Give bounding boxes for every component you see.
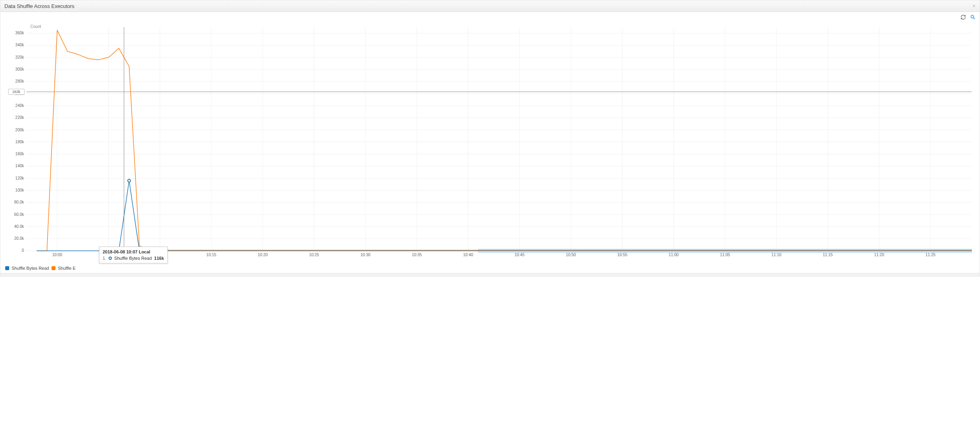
- svg-text:120k: 120k: [15, 176, 24, 180]
- svg-text:11:00: 11:00: [669, 253, 678, 257]
- tooltip-value: 116k: [154, 256, 164, 261]
- footer-strip: [0, 273, 980, 276]
- legend-label[interactable]: Shuffle Bytes Read: [12, 266, 49, 271]
- svg-text:360k: 360k: [15, 31, 24, 35]
- svg-text:320k: 320k: [15, 55, 24, 59]
- tooltip-title: 2018-06-08 10:07 Local: [103, 249, 164, 254]
- svg-text:300k: 300k: [15, 67, 24, 71]
- tooltip-index: 1.: [103, 256, 106, 261]
- svg-text:10:30: 10:30: [361, 253, 371, 257]
- chart-toolbar: [0, 12, 980, 23]
- svg-text:340k: 340k: [15, 43, 24, 47]
- chart-legend: Shuffle Bytes ReadShuffle E: [0, 264, 980, 273]
- legend-swatch: [52, 266, 56, 270]
- svg-text:10:15: 10:15: [206, 253, 216, 257]
- svg-text:20.0k: 20.0k: [14, 236, 24, 241]
- svg-text:240k: 240k: [15, 103, 24, 108]
- svg-text:160k: 160k: [15, 152, 24, 156]
- svg-text:11:20: 11:20: [874, 253, 884, 257]
- svg-text:220k: 220k: [15, 115, 24, 120]
- svg-text:11:15: 11:15: [823, 253, 833, 257]
- svg-text:10:45: 10:45: [514, 253, 524, 257]
- tooltip-marker-icon: [109, 257, 112, 260]
- svg-text:10:25: 10:25: [309, 253, 319, 257]
- svg-text:40.0k: 40.0k: [14, 224, 24, 229]
- svg-text:11:10: 11:10: [772, 253, 782, 257]
- svg-text:11:05: 11:05: [720, 253, 730, 257]
- svg-text:180k: 180k: [15, 140, 24, 144]
- svg-text:10:00: 10:00: [52, 253, 62, 257]
- close-icon[interactable]: ×: [972, 3, 976, 9]
- svg-text:11:25: 11:25: [926, 253, 936, 257]
- tooltip-row: 1. Shuffle Bytes Read 116k: [103, 256, 164, 261]
- svg-text:0: 0: [22, 248, 24, 253]
- hover-tooltip: 2018-06-08 10:07 Local 1. Shuffle Bytes …: [99, 247, 168, 263]
- refresh-icon[interactable]: [960, 14, 966, 21]
- legend-swatch: [5, 266, 9, 270]
- zoom-icon[interactable]: [970, 14, 976, 21]
- svg-text:280k: 280k: [15, 79, 24, 83]
- svg-text:10:20: 10:20: [258, 253, 268, 257]
- svg-point-84: [128, 179, 131, 182]
- svg-point-0: [971, 15, 974, 18]
- svg-text:10:40: 10:40: [463, 253, 473, 257]
- svg-text:60.0k: 60.0k: [14, 212, 24, 217]
- svg-text:80.0k: 80.0k: [14, 200, 24, 204]
- svg-text:100k: 100k: [15, 188, 24, 192]
- svg-text:140k: 140k: [15, 164, 24, 168]
- tooltip-series: Shuffle Bytes Read: [114, 256, 152, 261]
- svg-text:10:35: 10:35: [412, 253, 422, 257]
- svg-text:200k: 200k: [15, 128, 24, 132]
- svg-text:10:50: 10:50: [566, 253, 576, 257]
- svg-text:263k: 263k: [12, 90, 20, 94]
- chart-area[interactable]: Count020.0k40.0k60.0k80.0k100k120k140k16…: [0, 23, 980, 264]
- svg-line-1: [974, 18, 975, 20]
- panel-title: Data Shuffle Across Executors: [4, 3, 74, 9]
- svg-text:Count: Count: [30, 24, 41, 29]
- svg-text:10:55: 10:55: [617, 253, 627, 257]
- panel-header: Data Shuffle Across Executors ×: [0, 0, 980, 12]
- chart-panel: Data Shuffle Across Executors × Count020…: [0, 0, 980, 277]
- line-chart[interactable]: Count020.0k40.0k60.0k80.0k100k120k140k16…: [4, 23, 976, 263]
- legend-label[interactable]: Shuffle E: [58, 266, 75, 271]
